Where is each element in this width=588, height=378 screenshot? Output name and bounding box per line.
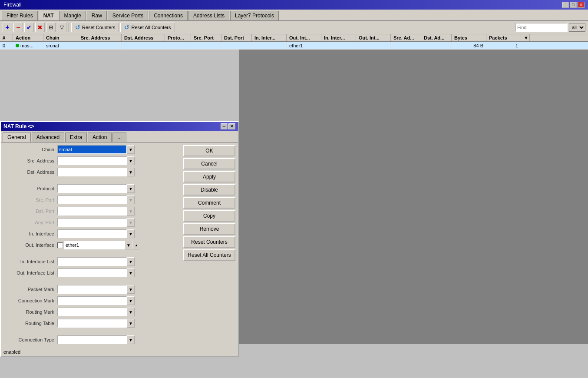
- find-select[interactable]: all: [569, 23, 585, 32]
- chain-input[interactable]: [57, 145, 127, 154]
- col-out-int2: Out. Int...: [356, 34, 391, 41]
- routing-mark-dropdown-btn[interactable]: ▼: [127, 308, 135, 316]
- packet-mark-input[interactable]: [57, 285, 127, 294]
- protocol-input[interactable]: [57, 184, 127, 193]
- copy-button[interactable]: Copy: [183, 210, 235, 222]
- remove-button[interactable]: Remove: [183, 223, 235, 235]
- out-interface-list-dropdown-btn[interactable]: ▼: [127, 269, 135, 277]
- tab-service-ports[interactable]: Service Ports: [108, 11, 148, 20]
- connection-type-input-wrapper: ▼: [57, 335, 135, 344]
- dialog-tab-extra[interactable]: Extra: [65, 133, 87, 142]
- out-interface-row: Out. Interface: ▼ ▲: [3, 241, 180, 249]
- tab-raw[interactable]: Raw: [87, 11, 107, 20]
- tab-connections[interactable]: Connections: [149, 11, 188, 20]
- table-row[interactable]: 0 mas... srcnat ether1 84 B 1: [0, 42, 588, 50]
- out-interface-up-btn[interactable]: ▲: [132, 241, 140, 249]
- protocol-input-wrapper: ▼: [57, 184, 135, 193]
- out-interface-dropdown-btn[interactable]: ▼: [125, 241, 132, 249]
- dst-port-dropdown-btn[interactable]: ▼: [127, 207, 135, 216]
- packet-mark-dropdown-btn[interactable]: ▼: [127, 285, 135, 294]
- dialog-tab-advanced[interactable]: Advanced: [32, 133, 64, 142]
- tab-nat[interactable]: NAT: [39, 11, 59, 20]
- routing-mark-input[interactable]: [57, 308, 127, 316]
- src-address-dropdown-btn[interactable]: ▼: [127, 156, 135, 165]
- enable-button[interactable]: ✔: [24, 23, 34, 32]
- src-port-dropdown-btn[interactable]: ▼: [127, 196, 135, 204]
- ok-button[interactable]: OK: [183, 145, 235, 156]
- out-interface-list-input[interactable]: [57, 269, 127, 277]
- connection-mark-input-wrapper: ▼: [57, 296, 135, 305]
- comment-button[interactable]: Comment: [183, 197, 235, 209]
- col-in-inter2: In. Inter...: [321, 34, 356, 41]
- add-button[interactable]: +: [3, 23, 12, 32]
- remove-button[interactable]: −: [13, 23, 23, 32]
- any-port-input-wrapper: ▼: [57, 218, 135, 227]
- maximize-button[interactable]: □: [570, 2, 577, 8]
- in-interface-dropdown-btn[interactable]: ▼: [127, 229, 135, 238]
- in-interface-list-label: In. Interface List:: [3, 259, 56, 264]
- filter-button[interactable]: ▽: [57, 23, 66, 32]
- row-src-address: [78, 42, 122, 49]
- in-interface-list-dropdown-btn[interactable]: ▼: [127, 257, 135, 266]
- reset-all-counters-toolbar-button[interactable]: ↺ Reset All Counters: [120, 23, 175, 32]
- reset-counters-button[interactable]: Reset Counters: [183, 236, 235, 248]
- src-port-row: Src. Port: ▼: [3, 196, 180, 204]
- tab-address-lists[interactable]: Address Lists: [188, 11, 229, 20]
- connection-mark-input[interactable]: [57, 296, 127, 305]
- connection-type-input[interactable]: [57, 335, 127, 344]
- any-port-input[interactable]: [57, 218, 127, 227]
- disable-button[interactable]: ✖: [35, 23, 45, 32]
- row-out-int2: [356, 42, 391, 49]
- any-port-dropdown-btn[interactable]: ▼: [127, 218, 135, 227]
- in-interface-row: In. Interface: ▼: [3, 229, 180, 238]
- dialog-close-button[interactable]: ✕: [228, 123, 235, 129]
- out-interface-list-input-wrapper: ▼: [57, 269, 135, 277]
- reset-counters-toolbar-button[interactable]: ↺ Reset Counters: [71, 23, 119, 32]
- chain-dropdown-btn[interactable]: ▼: [127, 145, 135, 154]
- col-src-port: Src. Port: [191, 34, 221, 41]
- col-expand[interactable]: ▼: [521, 34, 530, 41]
- title-bar-buttons: ─ □ ✕: [562, 2, 585, 8]
- disable-button[interactable]: Disable: [183, 184, 235, 196]
- chain-input-wrapper: ▼: [57, 145, 135, 154]
- in-interface-list-row: In. Interface List: ▼: [3, 257, 180, 266]
- apply-button[interactable]: Apply: [183, 171, 235, 182]
- copy-toolbar-button[interactable]: ⊟: [46, 23, 56, 32]
- dst-address-input[interactable]: [57, 168, 127, 176]
- minimize-button[interactable]: ─: [562, 2, 569, 8]
- dialog-title-text: NAT Rule <>: [3, 123, 34, 129]
- cancel-button[interactable]: Cancel: [183, 158, 235, 169]
- protocol-dropdown-btn[interactable]: ▼: [127, 184, 135, 193]
- row-bytes: 84 B: [452, 42, 486, 49]
- src-port-input[interactable]: [57, 196, 127, 204]
- in-interface-list-input[interactable]: [57, 257, 127, 266]
- row-in-inter1: [252, 42, 287, 49]
- toolbar: + − ✔ ✖ ⊟ ▽ ↺ Reset Counters ↺ Reset All…: [0, 21, 588, 34]
- routing-table-dropdown-btn[interactable]: ▼: [127, 319, 135, 328]
- reset-all-counters-button[interactable]: Reset All Counters: [183, 249, 235, 261]
- any-port-row: Any. Port: ▼: [3, 218, 180, 227]
- tab-layer7-protocols[interactable]: Layer7 Protocols: [230, 11, 279, 20]
- in-interface-input[interactable]: [57, 229, 127, 238]
- routing-table-input[interactable]: [57, 319, 127, 328]
- out-interface-input[interactable]: [64, 241, 125, 249]
- dst-port-input[interactable]: [57, 207, 127, 216]
- connection-mark-dropdown-btn[interactable]: ▼: [127, 296, 135, 305]
- dialog-tab-general[interactable]: General: [3, 133, 31, 142]
- out-interface-checkbox[interactable]: [57, 242, 63, 248]
- chain-row: Chain: ▼: [3, 145, 180, 154]
- dialog-tab-more[interactable]: ...: [112, 133, 126, 142]
- tab-filter-rules[interactable]: Filter Rules: [2, 11, 38, 20]
- tab-mangle[interactable]: Mangle: [59, 11, 86, 20]
- dialog-tab-action[interactable]: Action: [88, 133, 112, 142]
- find-input[interactable]: [515, 23, 568, 32]
- close-button[interactable]: ✕: [578, 2, 585, 8]
- packet-mark-input-wrapper: ▼: [57, 285, 135, 294]
- dialog-minimize-button[interactable]: ─: [221, 123, 228, 129]
- spacer4: [3, 330, 180, 333]
- connection-type-dropdown-btn[interactable]: ▼: [127, 335, 135, 344]
- src-address-input[interactable]: [57, 156, 127, 165]
- col-action: Action: [13, 34, 43, 41]
- dst-address-dropdown-btn[interactable]: ▼: [127, 168, 135, 176]
- src-address-row: Src. Address: ▼: [3, 156, 180, 165]
